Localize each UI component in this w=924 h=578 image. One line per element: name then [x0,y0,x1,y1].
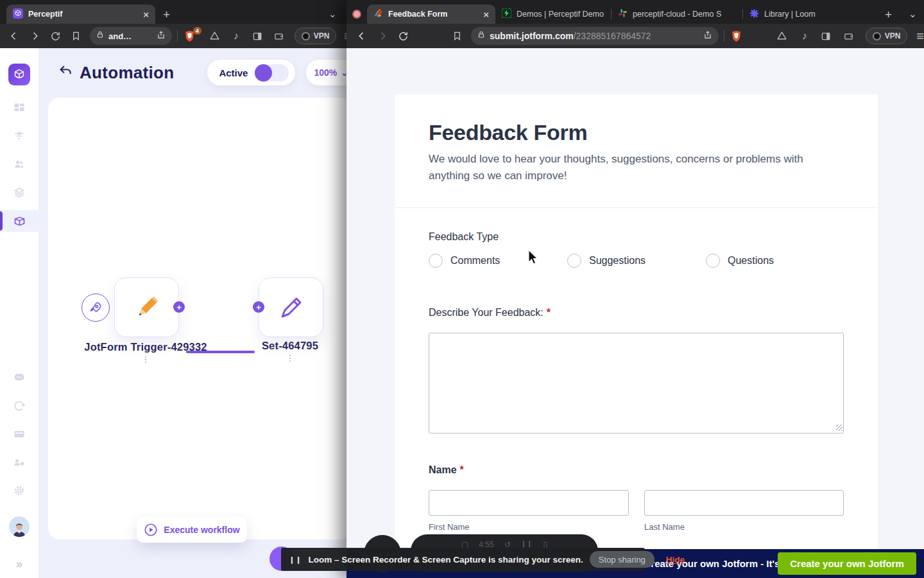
media-control-icon[interactable] [230,31,242,41]
back-icon[interactable] [355,30,368,42]
sidebar-item-settings[interactable] [0,480,38,502]
create-jotform-button[interactable]: Create your own Jotform [778,552,916,575]
reload-icon[interactable] [397,31,409,42]
input-port-plus[interactable] [253,301,264,313]
sidebar-item-chat[interactable] [0,367,38,389]
vpn-button[interactable]: VPN [295,28,337,44]
radio-icon[interactable] [429,254,443,268]
tab-feedback-form[interactable]: Feedback Form [367,4,495,24]
sidebar-item-dashboard[interactable] [0,97,38,119]
execute-workflow-button[interactable]: Execute workflow [137,517,247,543]
right-tab-strip: Feedback Form Demos | Perceptif Demo S p… [346,0,924,24]
last-name-input[interactable] [644,490,844,516]
perceptif-logo[interactable] [8,64,30,85]
first-name-input[interactable] [429,490,629,516]
address-bar[interactable]: and… [90,27,172,45]
workflow-canvas[interactable]: JotForm Trigger-429332 Set-464795 Execut… [48,98,352,539]
share-icon[interactable] [157,30,166,42]
radio-icon[interactable] [706,254,720,268]
tab-search-chevron-icon[interactable] [329,9,337,19]
bookmark-icon[interactable] [450,31,463,41]
share-icon[interactable] [703,30,712,42]
sidebar-item-users[interactable] [0,153,38,175]
sidebar-item-sync[interactable] [0,395,38,417]
form-title: Feedback Form [429,120,587,145]
tab-title: Demos | Perceptif Demo S [517,10,604,19]
feedback-textarea[interactable] [429,333,844,434]
tab-title: Library | Loom [764,10,843,19]
tab-search-chevron-icon[interactable] [909,9,917,19]
vpn-button[interactable]: VPN [866,28,908,44]
active-toggle[interactable] [254,64,289,82]
shield-badge: 4 [193,27,201,35]
wallet-icon[interactable] [843,31,855,41]
forward-icon[interactable] [28,30,41,42]
radio-option-questions[interactable]: Questions [706,254,774,268]
radio-icon[interactable] [567,254,581,268]
sidebar-item-processes[interactable] [0,125,38,147]
right-browser-window: Feedback Form Demos | Perceptif Demo S p… [346,0,924,578]
tab-title: Feedback Form [388,10,478,19]
tab-perceptif-cloud-slack[interactable]: perceptif-cloud - Demo S [612,4,742,24]
sidebar-item-layers[interactable] [0,182,38,204]
node-menu-icon[interactable] [226,354,354,362]
tab-perceptif[interactable]: Perceptif [6,4,155,24]
first-name-sublabel: First Name [429,522,470,532]
radio-option-suggestions[interactable]: Suggestions [567,254,646,268]
zoom-level: 100% [314,67,337,78]
sidebar-item-automation[interactable] [0,210,38,232]
vpn-status-dot [873,32,881,40]
close-tab-icon[interactable] [143,10,149,19]
rewards-icon[interactable] [776,31,789,42]
new-tab-button[interactable] [885,8,892,21]
address-bar[interactable]: submit.jotform.com/232885167864572 [471,27,719,45]
sidebar-expand-button[interactable] [0,553,38,575]
loom-favicon [749,8,759,20]
edit-pen-icon [277,293,305,322]
new-tab-button[interactable] [163,8,170,21]
brave-shield-icon[interactable]: 4 [183,30,197,42]
radio-label: Questions [728,255,774,267]
user-avatar[interactable] [0,516,38,538]
pencil-icon [132,293,162,322]
sidebar-item-integrations[interactable] [0,451,38,473]
node-label: Set-464795 [226,340,354,352]
menu-icon[interactable] [916,30,924,42]
rocket-icon[interactable] [81,293,110,322]
brave-shield-icon[interactable] [730,30,744,42]
workflow-node-jotform-trigger[interactable] [114,277,179,337]
tab-title: Perceptif [28,10,138,19]
tab-loom-library[interactable]: Library | Loom [743,4,850,24]
radio-option-comments[interactable]: Comments [429,254,500,268]
pause-icon[interactable] [521,540,533,547]
bookmark-icon[interactable] [69,31,82,41]
url-path: /232885167864572 [574,31,651,41]
radio-label: Comments [450,255,500,267]
sidebar-panel-icon[interactable] [251,31,264,41]
node-menu-icon[interactable] [49,355,242,363]
sidebar-panel-icon[interactable] [819,31,832,41]
back-icon[interactable] [8,30,21,42]
hide-link[interactable]: Hide [666,555,685,565]
output-port-plus[interactable] [173,301,185,313]
left-tab-strip: Perceptif [0,0,352,24]
rewards-icon[interactable] [209,31,221,42]
jotform-favicon [373,8,383,20]
lock-icon [96,30,104,42]
stop-sharing-button[interactable]: Stop sharing [590,551,654,568]
tab-demos[interactable]: Demos | Perceptif Demo S [495,4,611,24]
url-text: submit.jotform.com/232885167864572 [490,31,651,41]
workflow-node-set[interactable] [259,277,323,337]
wallet-icon[interactable] [273,31,286,41]
name-label: Name* [429,464,464,476]
slack-favicon [618,8,628,20]
reload-icon[interactable] [49,31,62,42]
textarea-resize-handle[interactable] [836,425,843,431]
close-tab-icon[interactable] [483,10,489,19]
forward-icon[interactable] [376,30,389,42]
back-arrow-icon[interactable] [58,64,73,81]
url-domain: submit.jotform.com [490,31,574,41]
media-control-icon[interactable] [799,31,810,41]
form-subtitle: We would love to hear your thoughts, sug… [429,151,826,184]
sidebar-item-cards[interactable] [0,423,38,445]
